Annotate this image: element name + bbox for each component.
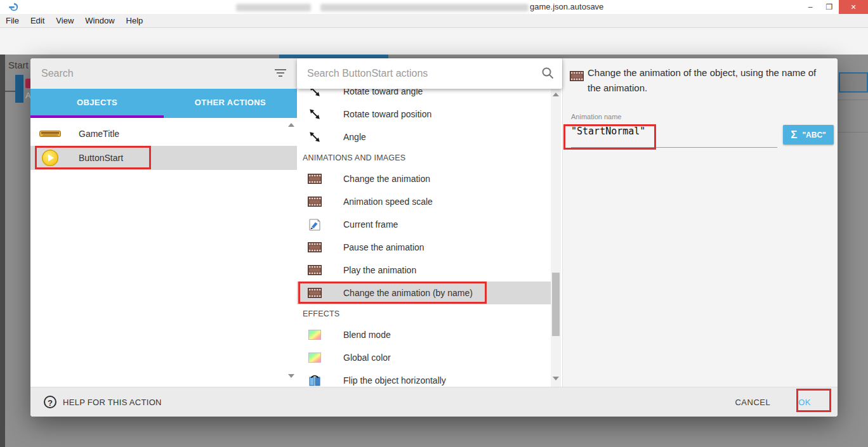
menu-view[interactable]: View [50, 14, 79, 27]
application-window: game.json.autosave – ❐ ✕ File Edit View … [0, 0, 868, 447]
action-list-item[interactable]: Flip the object horizontally [297, 369, 551, 387]
actions-search-input[interactable] [307, 66, 516, 81]
filmstrip-icon [306, 174, 323, 184]
action-editor-dialog: OBJECTS OTHER ACTIONS GameTitle ButtonSt… [30, 58, 838, 417]
objects-tab-bar: OBJECTS OTHER ACTIONS [30, 89, 297, 118]
help-button-label: HELP FOR THIS ACTION [63, 398, 162, 407]
menu-bar: File Edit View Window Help [0, 14, 868, 28]
objects-scroll-up-button[interactable] [288, 123, 294, 127]
animation-name-field[interactable] [571, 123, 761, 139]
actions-scrollbar-thumb[interactable] [552, 273, 560, 336]
sigma-icon: Σ [791, 129, 797, 141]
action-label: Current frame [343, 219, 398, 230]
action-label: Angle [343, 132, 366, 142]
action-label: Pause the animation [343, 242, 424, 252]
help-button[interactable]: ? HELP FOR THIS ACTION [44, 396, 162, 408]
background-event-bar [15, 75, 23, 103]
action-description: Change the animation of the object, usin… [588, 65, 824, 96]
expression-builder-button[interactable]: Σ "ABC" [783, 125, 834, 145]
restore-button[interactable]: ❐ [820, 0, 839, 14]
tab-objects[interactable]: OBJECTS [30, 89, 164, 118]
background-event-line [5, 91, 15, 92]
object-list: GameTitle ButtonStart [30, 118, 297, 387]
object-list-item[interactable]: ButtonStart [30, 146, 297, 170]
rotate-arrow-icon [306, 107, 323, 121]
search-icon[interactable] [541, 67, 554, 79]
menu-file[interactable]: File [0, 14, 25, 27]
actions-scrollbar[interactable] [551, 58, 561, 387]
tab-other-actions[interactable]: OTHER ACTIONS [164, 89, 297, 118]
action-list-item[interactable]: Current frame [297, 213, 551, 236]
section-label: EFFECTS [303, 309, 339, 318]
blend-mode-icon [306, 330, 323, 340]
objects-search-bar [30, 58, 297, 89]
background-panel-edge [0, 55, 5, 447]
menu-window[interactable]: Window [79, 14, 120, 27]
buttonstart-thumb [39, 149, 61, 167]
action-list-item[interactable]: Rotate toward position [297, 103, 551, 126]
actions-scroll-up-button[interactable] [553, 93, 559, 96]
filter-icon[interactable] [274, 67, 287, 79]
redacted-title-text [236, 4, 311, 11]
cancel-button[interactable]: CANCEL [735, 398, 770, 407]
object-list-item[interactable]: GameTitle [30, 122, 297, 146]
action-label: Animation speed scale [343, 197, 433, 207]
action-label: Change the animation (by name) [343, 288, 473, 298]
object-name: ButtonStart [79, 153, 123, 163]
action-label: Rotate toward position [343, 109, 431, 119]
action-section-header: EFFECTS [297, 304, 551, 323]
action-list-item[interactable]: Change the animation [297, 167, 551, 190]
action-list-item[interactable]: Play the animation [297, 259, 551, 282]
action-label: Blend mode [343, 330, 391, 340]
action-detail-panel: Change the animation of the object, usin… [562, 58, 838, 387]
action-list-item[interactable]: Blend mode [297, 323, 551, 346]
filmstrip-icon [306, 265, 323, 275]
minimize-button[interactable]: – [801, 0, 820, 14]
rotate-arrow-icon [306, 130, 323, 144]
section-label: ANIMATIONS AND IMAGES [303, 153, 405, 162]
background-text-field [839, 72, 868, 93]
menu-help[interactable]: Help [121, 14, 149, 27]
background-divider [838, 100, 868, 100]
action-label: Change the animation [343, 174, 430, 184]
filmstrip-icon [570, 71, 584, 84]
actions-scroll-down-button[interactable] [553, 377, 559, 380]
filmstrip-icon [306, 288, 323, 298]
action-list-item[interactable]: Animation speed scale [297, 190, 551, 213]
blend-mode-icon [306, 353, 323, 363]
current-frame-icon [306, 219, 323, 231]
action-list-item[interactable]: Change the animation (by name) [297, 282, 551, 304]
menu-edit[interactable]: Edit [25, 14, 50, 27]
field-underline [571, 147, 777, 148]
action-label: Flip the object horizontally [343, 375, 446, 385]
action-list-item[interactable]: Angle [297, 126, 551, 148]
background-divider [838, 132, 868, 133]
action-section-header: ANIMATIONS AND IMAGES [297, 148, 551, 167]
filmstrip-icon [306, 242, 323, 252]
question-mark-icon: ? [44, 396, 56, 408]
actions-list: Rotate toward angle Rotate toward positi… [297, 58, 551, 387]
flip-horizontal-icon [306, 375, 323, 386]
animation-name-label: Animation name [571, 113, 622, 120]
window-title: game.json.autosave [530, 2, 603, 11]
objects-search-input[interactable] [41, 66, 232, 81]
expression-builder-label: "ABC" [802, 131, 825, 139]
redacted-title-text [320, 4, 529, 11]
action-list-item[interactable]: Global color [297, 346, 551, 369]
action-list-item[interactable]: Pause the animation [297, 236, 551, 259]
action-label: Global color [343, 353, 391, 363]
objects-scroll-down-button[interactable] [288, 374, 294, 378]
title-bar: game.json.autosave – ❐ ✕ [0, 0, 868, 14]
background-tab-label: Start P [8, 60, 30, 70]
filmstrip-icon [306, 197, 323, 207]
main-toolbar [0, 28, 868, 55]
action-label: Play the animation [343, 265, 416, 275]
close-button[interactable]: ✕ [839, 0, 868, 14]
object-name: GameTitle [79, 129, 119, 139]
dialog-footer: ? HELP FOR THIS ACTION CANCEL OK [30, 387, 838, 417]
gametitle-thumb [39, 129, 61, 138]
actions-search-bar [297, 58, 562, 89]
gdevelop-logo-icon [8, 2, 20, 12]
ok-button[interactable]: OK [798, 398, 811, 407]
